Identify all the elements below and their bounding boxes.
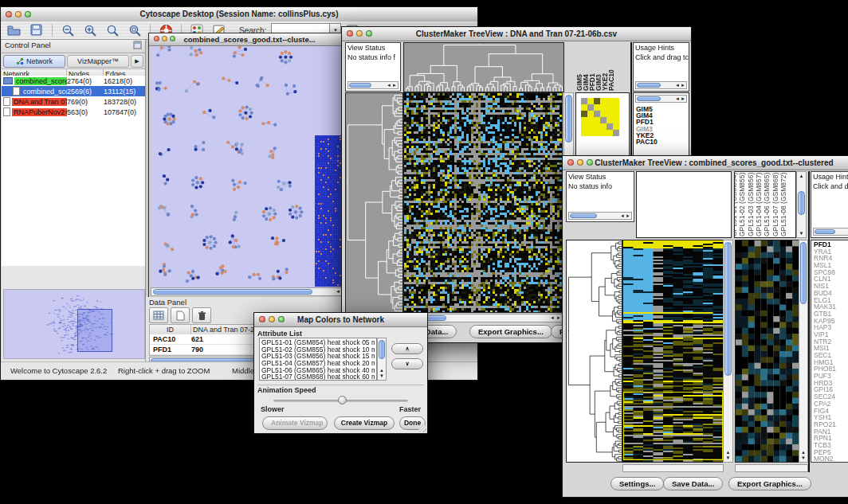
zoom-heatmap-vscrollbar[interactable]: ▲ ▼ xyxy=(799,240,808,463)
treeview2-titlebar[interactable]: ClusterMaker TreeView : combined_scores_… xyxy=(563,156,848,170)
close-button[interactable] xyxy=(154,36,159,41)
zoom-button[interactable] xyxy=(170,36,175,41)
attribute-list-vscrollbar[interactable]: ▲ ▼ xyxy=(377,338,387,381)
slider-thumb[interactable] xyxy=(338,396,347,404)
scroll-down-arrow[interactable]: ▼ xyxy=(378,373,386,378)
open-session-button[interactable] xyxy=(4,22,25,38)
scrollbar-thumb[interactable] xyxy=(815,229,835,234)
scrollbar-thumb[interactable] xyxy=(379,340,385,359)
save-data-button[interactable]: Save Data... xyxy=(663,477,723,490)
scroll-left-arrow[interactable]: ◄ xyxy=(550,315,555,322)
animate-vizmap-button[interactable]: Animate Vizmap xyxy=(262,416,328,430)
scroll-down-arrow[interactable]: ▼ xyxy=(724,455,732,460)
usage-hints-hscrollbar[interactable] xyxy=(813,228,848,236)
zoom-fit-button[interactable] xyxy=(124,22,145,38)
scroll-left-arrow[interactable]: ◄ xyxy=(620,213,625,219)
close-button[interactable] xyxy=(259,316,265,322)
scroll-right-arrow[interactable]: ► xyxy=(392,82,397,88)
network-list-row[interactable]: RNAPuberNov2+563(0)107847(0) xyxy=(2,107,145,117)
scrollbar-thumb[interactable] xyxy=(153,289,312,295)
tab-overflow-arrow[interactable]: ▶ xyxy=(131,55,143,68)
usage-hints-hscrollbar[interactable]: ◄ ► xyxy=(635,81,687,89)
zoom-in-button[interactable] xyxy=(80,22,100,38)
scrollbar-thumb[interactable] xyxy=(800,242,807,304)
minimize-button[interactable] xyxy=(269,316,275,322)
attribute-list-item[interactable]: GPL51-01 (GSM854) heat shock 05 min xyxy=(261,339,375,346)
zoom-heatmap[interactable] xyxy=(581,98,619,136)
scroll-right-arrow[interactable]: ► xyxy=(681,82,685,88)
row-dendrogram[interactable] xyxy=(566,240,622,463)
zoom-button[interactable] xyxy=(587,159,593,166)
scroll-left-arrow[interactable]: ◄ xyxy=(675,96,680,102)
zoom-out-button[interactable] xyxy=(57,22,78,38)
column-header-id[interactable]: ID xyxy=(150,325,191,334)
tab-network[interactable]: Network xyxy=(3,55,65,68)
view-status-hscrollbar[interactable]: ◄ ► xyxy=(347,81,398,89)
scrollbar-thumb[interactable] xyxy=(570,213,597,218)
scroll-up-arrow[interactable]: ▲ xyxy=(378,368,386,373)
row-dendrogram[interactable] xyxy=(345,92,403,313)
zoom-hscrollbar[interactable] xyxy=(735,464,808,472)
float-panel-icon[interactable] xyxy=(133,41,142,51)
attribute-list-item[interactable]: GPL51-06 (GSM865) heat shock 40 min xyxy=(261,367,375,374)
tab-vizmapper[interactable]: VizMapper™ xyxy=(67,55,129,68)
network-view-titlebar[interactable]: combined_scores_good.txt--cluste... xyxy=(149,33,350,46)
global-hscrollbar[interactable] xyxy=(622,464,724,472)
attribute-list-item[interactable]: GPL51-03 (GSM856) heat shock 15 min xyxy=(261,353,375,360)
scroll-up-arrow[interactable]: ▲ xyxy=(799,450,807,455)
attribute-list-item[interactable]: GPL51-07 (GSM868) heat shock 60 min xyxy=(261,373,375,381)
scrollbar-thumb[interactable] xyxy=(724,242,732,376)
network-list-row[interactable]: DNA and Tran 07769(0)183728(0) xyxy=(2,96,145,107)
minimize-button[interactable] xyxy=(15,11,22,18)
close-button[interactable] xyxy=(6,11,12,18)
scrollbar-thumb[interactable] xyxy=(565,95,572,143)
column-label-vscrollbar[interactable]: ▲ ▼ xyxy=(796,171,807,238)
move-up-button[interactable]: ∧ xyxy=(391,343,423,354)
global-heatmap-vscrollbar[interactable]: ▲ ▼ xyxy=(723,240,733,463)
resize-grip[interactable] xyxy=(419,425,426,432)
network-list-row[interactable]: combined_sco2569(6)13112(15) xyxy=(2,86,145,96)
scroll-left-arrow[interactable]: ◄ xyxy=(387,82,391,88)
global-heatmap[interactable] xyxy=(622,240,724,463)
treeview1-titlebar[interactable]: ClusterMaker TreeView : DNA and Tran 07-… xyxy=(342,27,691,41)
attribute-list-item[interactable]: GPL51-02 (GSM855) heat shock 10 min xyxy=(261,346,375,354)
scroll-up-arrow[interactable]: ▲ xyxy=(724,450,732,455)
scroll-down-arrow[interactable]: ▼ xyxy=(799,455,807,460)
minimize-button[interactable] xyxy=(356,30,363,37)
create-vizmap-button[interactable]: Create Vizmap xyxy=(334,416,395,430)
settings-button[interactable]: Settings... xyxy=(610,477,664,490)
save-session-button[interactable] xyxy=(26,22,47,38)
zoom-selected-button[interactable] xyxy=(102,22,123,38)
attribute-list-item[interactable]: GPL51-04 (GSM857) heat shock 20 min xyxy=(261,360,375,367)
new-attribute-button[interactable] xyxy=(171,307,190,323)
network-hscrollbar[interactable]: ◄ ► xyxy=(151,287,348,296)
zoom-button[interactable] xyxy=(366,30,372,37)
scrollbar-thumb[interactable] xyxy=(637,83,661,88)
scroll-right-arrow[interactable]: ► xyxy=(556,315,561,322)
export-graphics-button[interactable]: Export Graphics... xyxy=(728,477,811,490)
main-titlebar[interactable]: Cytoscape Desktop (Session Name: collins… xyxy=(1,7,477,22)
minimize-button[interactable] xyxy=(162,36,167,41)
close-button[interactable] xyxy=(347,30,353,37)
scroll-right-arrow[interactable]: ► xyxy=(681,96,685,102)
scroll-left-arrow[interactable]: ◄ xyxy=(675,82,680,88)
view-status-hscrollbar[interactable]: ◄ ► xyxy=(568,212,632,220)
birdseye-view[interactable] xyxy=(3,289,145,359)
attribute-list[interactable]: GPL51-01 (GSM854) heat shock 05 minGPL51… xyxy=(259,338,377,381)
dialog-titlebar[interactable]: Map Colors to Network xyxy=(254,313,427,327)
delete-attribute-button[interactable] xyxy=(192,307,211,323)
global-heatmap[interactable] xyxy=(403,92,563,313)
export-graphics-button[interactable]: Export Graphics... xyxy=(469,325,552,338)
minimize-button[interactable] xyxy=(577,159,583,166)
gene-label-hscrollbar[interactable]: ◄ ► xyxy=(635,95,687,103)
close-button[interactable] xyxy=(567,159,574,166)
move-down-button[interactable]: ∨ xyxy=(391,358,423,369)
scroll-down-arrow[interactable]: ▼ xyxy=(797,231,806,236)
scroll-right-arrow[interactable]: ► xyxy=(626,213,630,219)
zoom-button[interactable] xyxy=(25,11,31,18)
scrollbar-thumb[interactable] xyxy=(637,96,661,101)
network-list-row[interactable]: combined_scores2764(0)16218(0) xyxy=(2,76,145,86)
network-canvas[interactable] xyxy=(151,46,347,288)
scrollbar-thumb[interactable] xyxy=(349,83,371,88)
column-dendrogram[interactable] xyxy=(403,42,564,92)
